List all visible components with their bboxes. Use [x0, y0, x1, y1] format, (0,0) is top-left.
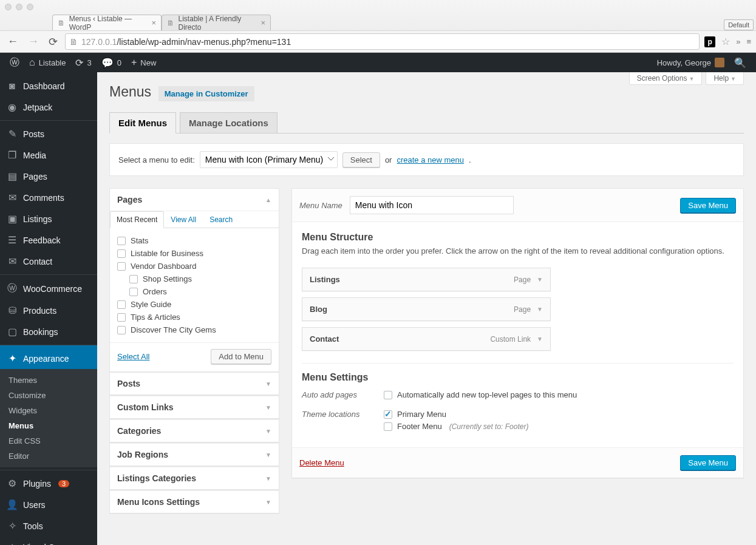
sidebar-item-plugins[interactable]: ⚙Plugins3 [0, 470, 97, 494]
create-menu-link[interactable]: create a new menu [397, 155, 464, 164]
inner-tab-most-recent[interactable]: Most Recent [110, 211, 164, 228]
sidebar-item-tools[interactable]: ✧Tools [0, 515, 97, 537]
search-toggle[interactable]: 🔍 [729, 53, 751, 72]
sidebar-item-listings[interactable]: ▣Listings [0, 208, 97, 229]
menu-structure-item[interactable]: ListingsPage▼ [302, 268, 551, 291]
reload-button[interactable]: ⟳ [46, 34, 60, 50]
forward-button[interactable]: → [26, 34, 41, 49]
postbox-header[interactable]: Menu Icons Settings▼ [110, 490, 279, 513]
window-zoom-icon[interactable] [27, 4, 33, 10]
postbox-header[interactable]: Categories▼ [110, 419, 279, 442]
menu-select[interactable]: Menu with Icon (Primary Menu) [200, 151, 338, 168]
checkbox[interactable] [117, 237, 126, 245]
checkbox[interactable] [129, 288, 138, 296]
browser-tab-active[interactable]: 🗎 Menus ‹ Listable — WordP × [52, 15, 162, 30]
submenu-editor[interactable]: Editor [0, 449, 97, 464]
sidebar-item-woocommerce[interactable]: ⓦWooCommerce [0, 274, 97, 300]
page-item[interactable]: Discover The City Gems [117, 323, 271, 336]
page-item[interactable]: Stats [117, 234, 271, 247]
submenu-themes[interactable]: Themes [0, 373, 97, 388]
sidebar-item-contact[interactable]: ✉Contact [0, 251, 97, 272]
back-button[interactable]: ← [5, 34, 21, 49]
browser-tab[interactable]: 🗎 Listable | A Friendly Directo × [162, 15, 271, 30]
site-info-icon[interactable]: 🗎 [69, 37, 78, 47]
select-button[interactable]: Select [342, 152, 380, 168]
checkbox[interactable] [117, 262, 126, 271]
new-content[interactable]: +New [126, 53, 161, 72]
location-primary[interactable]: Primary Menu [384, 410, 734, 419]
sidebar-item-media[interactable]: ❐Media [0, 144, 97, 166]
sidebar-item-users[interactable]: 👤Users [0, 494, 97, 515]
manage-customizer-link[interactable]: Manage in Customizer [158, 86, 254, 101]
auto-add-option[interactable]: Automatically add new top-level pages to… [384, 390, 734, 399]
extension-icon[interactable]: p [704, 36, 715, 47]
tab-edit-menus[interactable]: Edit Menus [109, 112, 176, 134]
checkbox[interactable] [129, 275, 138, 283]
menu-structure-item[interactable]: ContactCustom Link▼ [302, 327, 551, 351]
site-link[interactable]: ⌂Listable [24, 53, 70, 72]
sidebar-item-pages[interactable]: ▤Pages [0, 166, 97, 187]
location-footer[interactable]: Footer Menu(Currently set to: Footer) [384, 422, 734, 431]
chevron-right-icon[interactable]: » [736, 37, 740, 46]
chevron-down-icon[interactable]: ▼ [265, 475, 271, 482]
page-item[interactable]: Orders [117, 285, 271, 298]
window-close-icon[interactable] [5, 4, 12, 10]
window-minimize-icon[interactable] [16, 4, 22, 10]
page-item[interactable]: Vendor Dashboard [117, 260, 271, 272]
comments-link[interactable]: 💬0 [97, 53, 126, 72]
submenu-edit-css[interactable]: Edit CSS [0, 433, 97, 449]
sidebar-item-dashboard[interactable]: ◙Dashboard [0, 76, 97, 96]
sidebar-item-posts[interactable]: ✎Posts [0, 120, 97, 144]
tab-manage-locations[interactable]: Manage Locations [180, 112, 278, 134]
help-button[interactable]: Help▼ [706, 72, 744, 85]
url-bar[interactable]: 🗎 127.0.0.1/listable/wp-admin/nav-menus.… [65, 33, 700, 50]
select-all-link[interactable]: Select All [117, 352, 149, 361]
chevron-down-icon[interactable]: ▼ [537, 306, 543, 313]
close-icon[interactable]: × [261, 18, 265, 27]
close-icon[interactable]: × [151, 18, 156, 27]
page-item[interactable]: Style Guide [117, 298, 271, 311]
chevron-down-icon[interactable]: ▼ [265, 404, 271, 411]
checkbox[interactable] [117, 249, 126, 258]
updates-link[interactable]: ⟳3 [70, 53, 96, 72]
checkbox[interactable] [117, 326, 126, 334]
postbox-header[interactable]: Listings Categories▼ [110, 467, 279, 489]
chevron-down-icon[interactable]: ▼ [265, 381, 271, 387]
chevron-up-icon[interactable]: ▲ [265, 197, 271, 203]
checkbox[interactable] [117, 300, 126, 309]
page-item[interactable]: Shop Settings [117, 272, 271, 285]
sidebar-item-comments[interactable]: ✉Comments [0, 187, 97, 208]
inner-tab-search[interactable]: Search [203, 211, 239, 228]
sidebar-item-appearance[interactable]: ✦Appearance [0, 345, 97, 369]
sidebar-item-jetpack[interactable]: ◉Jetpack [0, 96, 97, 118]
menu-structure-item[interactable]: BlogPage▼ [302, 297, 551, 321]
bookmark-icon[interactable]: ☆ [721, 36, 730, 47]
chevron-down-icon[interactable]: ▼ [537, 276, 543, 283]
submenu-customize[interactable]: Customize [0, 388, 97, 403]
sidebar-item-bookings[interactable]: ▢Bookings [0, 321, 97, 342]
postbox-header[interactable]: Posts▼ [110, 373, 279, 394]
chevron-down-icon[interactable]: ▼ [265, 499, 271, 506]
chevron-down-icon[interactable]: ▼ [265, 452, 271, 458]
screen-options-button[interactable]: Screen Options▼ [629, 72, 703, 85]
chevron-down-icon[interactable]: ▼ [265, 428, 271, 435]
sidebar-item-products[interactable]: ⛁Products [0, 300, 97, 321]
menu-icon[interactable]: ≡ [746, 37, 751, 46]
save-menu-button[interactable]: Save Menu [680, 455, 736, 470]
submenu-widgets[interactable]: Widgets [0, 403, 97, 418]
profile-badge[interactable]: Default [724, 19, 754, 30]
account-link[interactable]: Howdy, George [652, 53, 729, 72]
save-menu-button[interactable]: Save Menu [680, 198, 736, 213]
page-item[interactable]: Listable for Business [117, 247, 271, 260]
wp-logo[interactable]: ⓦ [5, 53, 24, 72]
menu-name-input[interactable] [350, 196, 514, 214]
inner-tab-view-all[interactable]: View All [164, 211, 203, 228]
submenu-menus[interactable]: Menus [0, 418, 97, 433]
postbox-header[interactable]: Job Regions▼ [110, 443, 279, 465]
checkbox[interactable] [384, 391, 392, 399]
delete-menu-link[interactable]: Delete Menu [299, 458, 344, 467]
add-to-menu-button[interactable]: Add to Menu [211, 349, 271, 364]
checkbox[interactable] [117, 313, 126, 322]
chevron-down-icon[interactable]: ▼ [537, 336, 543, 342]
checkbox-checked[interactable] [384, 410, 392, 419]
